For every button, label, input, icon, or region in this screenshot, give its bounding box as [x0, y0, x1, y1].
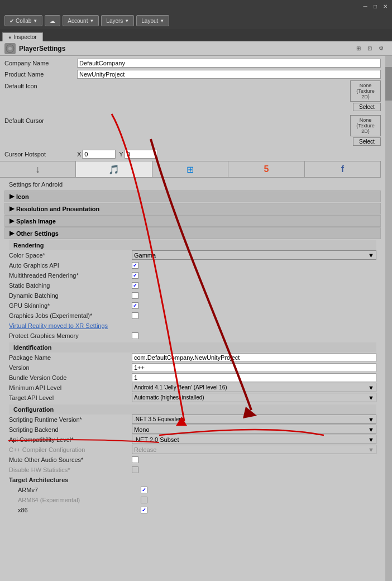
disable-hw-checkbox [132, 466, 138, 473]
panel-icon-1[interactable]: ⊞ [354, 44, 363, 53]
static-batching-checkbox[interactable] [132, 282, 138, 289]
gpu-skinning-checkbox[interactable] [132, 302, 138, 309]
minimize-button[interactable]: ─ [361, 2, 370, 11]
default-cursor-select-btn[interactable]: Select [353, 137, 381, 146]
scripting-backend-arrow-icon: ▼ [368, 426, 374, 433]
min-api-arrow-icon: ▼ [368, 384, 374, 391]
panel-title: PlayerSettings [19, 45, 351, 53]
toolbar: ✔ Collab ▼ ☁ Account ▼ Layers ▼ Layout ▼ [0, 12, 392, 29]
api-compat-dropdown[interactable]: .NET 2.0 Subset ▼ [132, 435, 376, 444]
platform-facebook-icon: f [341, 164, 344, 174]
dropdown-arrow-icon: ▼ [368, 252, 374, 259]
cloud-button[interactable]: ☁ [45, 15, 60, 26]
platform-tab-ios[interactable]: 🎵 [76, 161, 152, 177]
inspector-tab[interactable]: ● Inspector [2, 32, 43, 41]
package-name-row: Package Name [9, 353, 376, 362]
scripting-backend-dropdown[interactable]: Mono ▼ [132, 425, 376, 434]
version-row: Version [9, 363, 376, 372]
panel-header: PlayerSettings ⊞ ⊡ ⚙ [0, 41, 392, 56]
x86-row: x86 [9, 505, 376, 515]
platform-tab-standalone[interactable]: ↓ [0, 161, 76, 177]
target-api-dropdown[interactable]: Automatic (highest installed) ▼ [132, 393, 376, 402]
bundle-version-input[interactable] [132, 373, 376, 382]
armv7-label: ARMv7 [18, 487, 141, 493]
multithreaded-row: Multithreaded Rendering* [9, 270, 376, 280]
resolution-section-header[interactable]: ▶ Resolution and Presentation [4, 203, 381, 215]
target-arch-title: Target Architectures [9, 477, 132, 483]
inspector-tab-label: Inspector [13, 34, 36, 40]
rendering-title: Rendering [9, 240, 376, 250]
layers-button[interactable]: Layers ▼ [101, 15, 134, 26]
platform-tab-html5[interactable]: 5 [228, 161, 304, 177]
splash-section-header[interactable]: ▶ Splash Image [4, 215, 381, 227]
close-button[interactable]: ✕ [381, 2, 390, 11]
multithreaded-checkbox[interactable] [132, 272, 138, 279]
armv7-checkbox[interactable] [141, 487, 147, 493]
x86-label: x86 [18, 507, 141, 513]
target-api-label: Target API Level [9, 394, 132, 401]
layout-button[interactable]: Layout ▼ [136, 15, 169, 26]
multithreaded-label: Multithreaded Rendering* [9, 272, 132, 279]
mute-audio-label: Mute Other Audio Sources* [9, 456, 132, 463]
platform-html5-icon: 5 [264, 164, 269, 174]
product-name-row: Product Name [4, 69, 381, 79]
splash-arrow: ▶ [9, 217, 14, 225]
platform-ios-icon: 🎵 [108, 164, 119, 175]
scrollbar[interactable] [385, 56, 392, 581]
arm64-label: ARM64 (Experimental) [18, 497, 141, 503]
panel-icon-3[interactable]: ⚙ [376, 44, 385, 53]
scrollbar-thumb[interactable] [385, 67, 392, 101]
default-icon-select-group: None(Texture2D) Select [350, 80, 381, 111]
cpp-compiler-label: C++ Compiler Configuration [9, 446, 132, 453]
other-settings-header[interactable]: ▶ Other Settings [4, 227, 381, 239]
account-button[interactable]: Account ▼ [63, 15, 99, 26]
icon-section-arrow: ▶ [9, 193, 14, 200]
main-content: PlayerSettings ⊞ ⊡ ⚙ Company Name Produc… [0, 41, 392, 581]
graphics-jobs-checkbox[interactable] [132, 312, 138, 319]
min-api-dropdown[interactable]: Android 4.1 'Jelly Bean' (API level 16) … [132, 383, 376, 392]
protect-graphics-checkbox[interactable] [132, 332, 138, 339]
default-icon-select-btn[interactable]: Select [353, 103, 381, 111]
resolution-section: ▶ Resolution and Presentation [4, 203, 381, 215]
platform-tab-facebook[interactable]: f [305, 161, 381, 177]
cpp-compiler-row: C++ Compiler Configuration Release ▼ [9, 445, 376, 454]
cpp-compiler-dropdown: Release ▼ [132, 445, 376, 454]
vr-link[interactable]: Virtual Reality moved to XR Settings [9, 322, 132, 329]
identification-title: Identification [9, 342, 376, 353]
version-input[interactable] [132, 363, 376, 372]
color-space-row: Color Space* Gamma ▼ [9, 250, 376, 260]
mute-audio-checkbox[interactable] [132, 456, 138, 463]
graphics-jobs-label: Graphics Jobs (Experimental)* [9, 312, 132, 319]
collab-button[interactable]: ✔ Collab ▼ [4, 15, 42, 26]
panel-icon-2[interactable]: ⊡ [365, 44, 374, 53]
vr-link-row: Virtual Reality moved to XR Settings [9, 321, 376, 330]
icon-section-header[interactable]: ▶ Icon [4, 191, 381, 202]
product-name-input[interactable] [77, 70, 381, 79]
configuration-title: Configuration [9, 404, 376, 415]
maximize-button[interactable]: □ [371, 2, 380, 11]
platform-tabs: ↓ 🎵 ⊞ 5 f [0, 161, 381, 178]
scripting-backend-row: Scripting Backend Mono ▼ [9, 425, 376, 434]
target-arch-title-row: Target Architectures [9, 475, 376, 484]
company-name-input[interactable] [77, 59, 381, 68]
dynamic-batching-row: Dynamic Batching [9, 290, 376, 300]
package-name-input[interactable] [132, 353, 376, 362]
dynamic-batching-checkbox[interactable] [132, 292, 138, 299]
platform-tab-windows[interactable]: ⊞ [152, 161, 228, 177]
scripting-runtime-dropdown[interactable]: .NET 3.5 Equivalent ▼ [132, 415, 376, 424]
cursor-hotspot-x-input[interactable] [82, 150, 116, 159]
cursor-hotspot-y-input[interactable] [125, 150, 158, 159]
disable-hw-label: Disable HW Statistics* [9, 466, 132, 473]
splash-section: ▶ Splash Image [4, 215, 381, 227]
x86-checkbox[interactable] [141, 507, 147, 513]
other-settings-section: ▶ Other Settings Rendering Color Space* … [4, 227, 381, 516]
target-api-row: Target API Level Automatic (highest inst… [9, 393, 376, 402]
cursor-hotspot-row: Cursor Hotspot X Y [4, 150, 381, 159]
default-icon-row: Default Icon None(Texture2D) Select [4, 80, 381, 114]
mute-audio-row: Mute Other Audio Sources* [9, 455, 376, 464]
inspector-panel: PlayerSettings ⊞ ⊡ ⚙ Company Name Produc… [0, 41, 392, 581]
settings-for-android-label: Settings for Android [4, 180, 381, 189]
color-space-dropdown[interactable]: Gamma ▼ [132, 250, 376, 260]
company-name-row: Company Name [4, 58, 381, 68]
auto-graphics-checkbox[interactable] [132, 262, 138, 269]
